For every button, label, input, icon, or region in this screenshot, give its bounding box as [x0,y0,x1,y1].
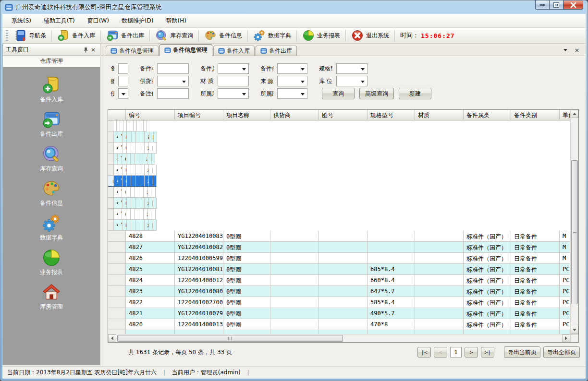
table-row[interactable]: 4832 YG12204010087 0型圈 标准件（国产） 日常备件 [108,187,156,198]
row-selector-cell[interactable] [108,286,126,297]
form-field[interactable] [277,63,307,74]
row-selector-cell[interactable] [108,297,126,308]
row-selector-cell[interactable] [108,264,126,275]
pin-button[interactable] [82,46,89,54]
form-field[interactable] [336,63,368,74]
toolbar-parts-out-button[interactable]: 备件出库 [102,28,148,43]
vertical-scrollbar[interactable] [570,110,578,334]
row-selector-cell[interactable] [108,253,126,264]
row-selector-cell[interactable] [108,209,114,220]
next-page-button[interactable]: > [465,347,478,357]
sidebar-item-parts-info[interactable]: 备件信息 [40,179,63,207]
row-selector-cell[interactable] [108,131,114,143]
menu-window[interactable]: 窗口(W) [81,14,115,28]
toolbar-report-button[interactable]: 业务报表 [298,28,344,43]
column-header[interactable]: 单位 [560,110,570,120]
export-current-page-button[interactable]: 导出当前页 [504,346,540,358]
form-field[interactable] [277,88,307,99]
column-header[interactable]: 备件类别 [511,110,560,120]
form-field[interactable] [118,63,128,74]
scroll-left-button[interactable] [108,334,116,342]
sidebar-item-warehouse[interactable]: 库房管理 [40,283,63,311]
toolbar-parts-info-button[interactable]: 备件信息 [200,28,246,43]
page-number-input[interactable]: 1 [450,347,462,357]
tab-parts-out[interactable]: 备件出库 [256,46,297,56]
table-row[interactable]: 4824 1220401400012 0型圈 660*8.4 标准件（国产） 日… [108,275,570,286]
form-field[interactable] [336,76,368,86]
export-all-pages-button[interactable]: 导出全部页 [543,346,580,358]
row-selector-cell[interactable] [108,120,113,131]
table-row[interactable]: 4820 1220401400013 0型圈 470*8 标准件（国产） 日常备… [108,319,570,330]
row-selector-cell[interactable] [108,220,114,231]
sidebar-item-report[interactable]: 业务报表 [40,248,63,276]
form-field[interactable] [277,76,307,86]
table-row[interactable]: 4829 YG12204010084 0型圈 标准件（国产） 日常备件 [108,220,157,231]
scroll-down-button[interactable] [571,326,578,334]
table-row[interactable]: 4834 YG12204010089 0型圈 标准件（国产） 日常备件 [108,165,157,176]
toolbar-grip[interactable] [6,30,8,41]
table-row[interactable]: 4826 1220401000599 0型圈 标准件（国产） 日常备件 [108,253,570,264]
menu-tools[interactable]: 辅助工具(T) [37,14,81,28]
table-row[interactable]: 4838 YG12204010093 0型圈 标准件（国产） 日常备件 [108,120,126,131]
toolbar-exit-button[interactable]: 退出系统 [347,28,393,43]
tab-parts-info-mgmt-1[interactable]: 备件信息管理 [106,46,159,56]
vertical-scroll-thumb[interactable] [571,160,578,304]
form-field[interactable] [218,63,249,74]
row-selector-cell[interactable] [108,143,114,154]
minimize-button[interactable] [535,0,549,10]
table-row[interactable]: 4827 YG12204010082 0型圈 标准件（国产） 日常备件 [108,242,570,253]
table-row[interactable]: 4828 YG12204010083 0型圈 标准件（国产） 日常备件 [108,231,570,242]
row-selector-cell[interactable] [108,154,114,165]
table-row[interactable] [108,330,570,334]
column-header[interactable]: 编号 [126,110,175,120]
row-selector-cell[interactable] [108,319,126,330]
table-row[interactable]: 4831 YG12204010086 0型圈 标准件（国产） 日常备件 [108,198,157,209]
maximize-button[interactable] [549,0,563,10]
row-selector-cell[interactable] [108,165,114,176]
menu-system[interactable]: 系统(S) [5,14,37,28]
table-row[interactable]: 4836 YG12204010091 0型圈 标准件（国产） 日常备件 [108,143,157,154]
toolbar-parts-in-button[interactable]: 备件入库 [53,28,99,43]
dock-section-header[interactable]: 仓库管理 [3,56,100,67]
form-field[interactable] [157,63,189,74]
table-row[interactable]: 4825 YG12204010081 0型圈 685*8.4 标准件（国产） 日… [108,264,570,275]
column-header[interactable]: 备件属类 [464,110,511,120]
row-selector-cell[interactable] [108,242,126,253]
sidebar-item-parts-out[interactable]: 备件出库 [40,110,63,138]
table-row[interactable]: 4823 YG12204010080 0型圈 647*5.7 标准件（国产） 日… [108,286,570,297]
form-field[interactable] [218,76,249,86]
row-selector-cell[interactable] [108,198,114,209]
column-header[interactable] [108,110,126,120]
table-row[interactable]: ▶ 4833 YG12204010088 0型圈 标准件（国产） 日 [108,176,157,187]
table-row[interactable]: 4830 YG12204010085 0型圈 标准件（国产） 日常备件 [108,209,156,220]
scroll-up-button[interactable] [571,110,578,118]
row-selector-cell[interactable] [108,187,114,198]
table-row[interactable]: 4822 1220401002700 0型圈 585*8.4 标准件（国产） 日… [108,297,570,308]
column-header[interactable]: 项目名称 [223,110,270,120]
horizontal-scroll-track[interactable] [116,334,562,342]
menu-help[interactable]: 帮助(H) [160,14,193,28]
column-header[interactable]: 图号 [319,110,368,120]
first-page-button[interactable]: |< [417,347,431,357]
form-field[interactable] [157,88,189,99]
toolbar-stock-query-button[interactable]: 库存查询 [151,28,197,43]
vertical-scroll-track[interactable] [571,118,578,326]
sidebar-item-data-dict[interactable]: 数据字典 [40,214,63,242]
scroll-right-button[interactable] [562,334,570,342]
column-header[interactable]: 项目编号 [175,110,223,120]
create-button[interactable]: 新建 [399,88,431,99]
close-button[interactable] [563,0,583,10]
menu-data-maintenance[interactable]: 数据维护(D) [115,14,160,28]
column-header[interactable]: 供货商 [270,110,319,120]
last-page-button[interactable]: >| [481,347,494,357]
column-header[interactable]: 材质 [415,110,464,120]
form-field[interactable] [218,88,249,99]
row-selector-cell[interactable] [108,275,126,286]
prev-page-button[interactable]: < [434,347,447,357]
tab-close-button[interactable]: × [573,46,581,54]
table-row[interactable]: 4835 YG12204010090 0型圈 标准件（国产） 日常备件 [108,154,155,165]
column-header[interactable]: 规格型号 [368,110,415,120]
sidebar-item-parts-in[interactable]: 备件入库 [40,75,63,104]
form-field[interactable] [118,88,128,99]
toolbar-navbar-button[interactable]: 导航条 [10,28,50,43]
